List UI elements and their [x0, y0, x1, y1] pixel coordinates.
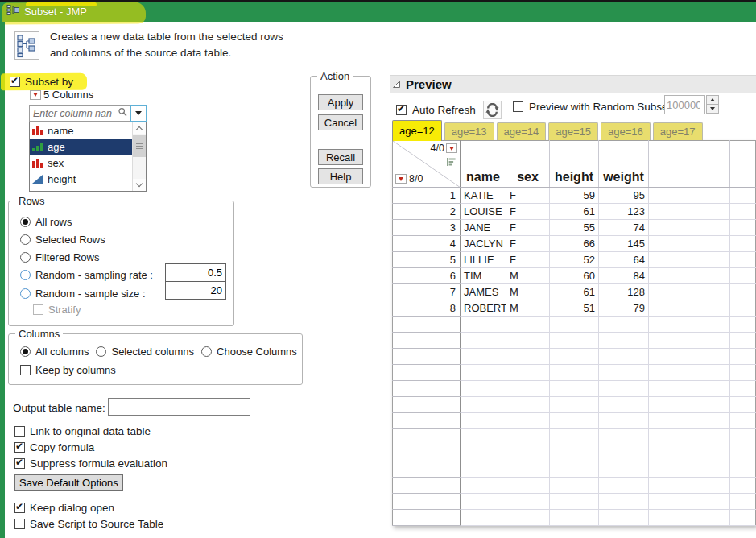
cell-name: TIM: [461, 268, 506, 284]
auto-refresh-row[interactable]: Auto Refresh: [396, 101, 502, 119]
subset-by-row[interactable]: Subset by: [10, 76, 73, 88]
radio-button[interactable]: [96, 346, 106, 357]
columns-group: Columns All columnsSelected columnsChoos…: [8, 333, 303, 385]
column-list[interactable]: nameagesexheight: [29, 122, 147, 192]
column-list-item[interactable]: age: [30, 139, 132, 155]
titlebar[interactable]: Subset - JMP: [0, 2, 756, 22]
row-number: [393, 397, 461, 413]
rows-option[interactable]: Filtered Rows: [20, 251, 99, 263]
sample-size-input[interactable]: [165, 281, 226, 300]
radio-button[interactable]: [20, 270, 31, 280]
random-subset-checkbox[interactable]: [513, 101, 523, 112]
radio-button[interactable]: [20, 346, 31, 357]
preview-tab[interactable]: age=15: [548, 122, 598, 140]
row-number: 7: [393, 284, 461, 300]
cell-empty: [461, 478, 506, 494]
preview-tab[interactable]: age=17: [653, 122, 703, 140]
action-button-apply[interactable]: Apply: [318, 94, 363, 110]
column-list-scrollbar[interactable]: [132, 122, 146, 191]
cell-empty: [461, 429, 506, 445]
dialog-option-row[interactable]: Save Script to Source Table: [14, 518, 163, 529]
rows-option-label: Selected Rows: [35, 234, 105, 246]
cell-empty: [550, 494, 599, 510]
checkbox[interactable]: [14, 519, 25, 529]
subset-by-label: Subset by: [25, 76, 73, 88]
preview-data-table: 4/08/0namesexheightweight 1KATIEF59952LO…: [392, 140, 756, 526]
cell-weight: 74: [599, 220, 649, 236]
scroll-up-button[interactable]: [133, 122, 146, 134]
columns-option[interactable]: Selected columns: [96, 346, 194, 358]
table-origin-cell[interactable]: 4/08/0: [393, 141, 461, 188]
table-option-row[interactable]: Suppress formula evaluation: [14, 457, 167, 469]
checkbox[interactable]: [14, 503, 25, 513]
cell-empty: [599, 461, 649, 478]
preview-tab[interactable]: age=16: [601, 122, 651, 140]
cell-empty: [599, 429, 649, 445]
dialog-option-row[interactable]: Keep dialog open: [14, 502, 163, 513]
preview-tab[interactable]: age=12: [392, 120, 442, 141]
preview-tab[interactable]: age=14: [497, 122, 547, 140]
columns-summary-row[interactable]: 5 Columns: [30, 89, 93, 101]
sampling-rate-input[interactable]: [165, 263, 226, 282]
column-list-item[interactable]: height: [30, 171, 132, 187]
cell-empty: [506, 349, 550, 365]
columns-option[interactable]: Choose Columns: [201, 346, 297, 358]
columns-option[interactable]: All columns: [20, 346, 89, 358]
rows-option-label: All rows: [35, 216, 72, 228]
stratify-row[interactable]: Stratify: [33, 304, 81, 316]
random-subset-row[interactable]: Preview with Random Subset: [513, 101, 671, 113]
cell-empty: [550, 397, 599, 413]
rows-option[interactable]: Selected Rows: [20, 234, 105, 246]
disclosure-triangle-icon[interactable]: [392, 80, 401, 89]
description-line2: and columns of the source data table.: [50, 45, 324, 61]
cell-empty: [506, 333, 550, 349]
action-button-cancel[interactable]: Cancel: [318, 114, 363, 130]
auto-refresh-checkbox[interactable]: [396, 105, 407, 115]
rows-option[interactable]: All rows: [20, 216, 72, 228]
table-option-row[interactable]: Copy formula: [14, 441, 167, 453]
radio-button[interactable]: [20, 234, 31, 245]
cell-empty: [599, 317, 649, 333]
nominal-icon: [32, 158, 43, 168]
scrollbar-thumb[interactable]: [133, 135, 146, 157]
cell-name: LOUISE: [461, 204, 506, 220]
cell-empty: [649, 510, 730, 526]
radio-button[interactable]: [20, 217, 31, 227]
save-default-options-button[interactable]: Save Default Options: [14, 474, 123, 491]
radio-button[interactable]: [20, 252, 31, 263]
cell-empty: [730, 220, 756, 236]
keep-by-columns-row[interactable]: Keep by columns: [20, 364, 116, 376]
action-button-help[interactable]: Help: [318, 168, 363, 184]
column-list-item[interactable]: sex: [30, 155, 132, 171]
checkbox[interactable]: [14, 442, 25, 453]
columns-menu-button[interactable]: [446, 143, 457, 153]
column-name: sex: [48, 157, 64, 169]
cell-name: JAMES: [461, 284, 506, 300]
checkbox[interactable]: [14, 426, 25, 437]
radio-button[interactable]: [20, 288, 31, 299]
output-table-name-input[interactable]: [108, 398, 250, 416]
column-list-item[interactable]: name: [30, 122, 132, 139]
subset-by-checkbox[interactable]: [10, 77, 20, 87]
cell-empty: [649, 494, 730, 510]
scroll-down-button[interactable]: [133, 179, 146, 191]
rows-option[interactable]: Random - sampling rate :: [20, 269, 153, 281]
action-button-recall[interactable]: Recall: [318, 149, 363, 165]
radio-button[interactable]: [201, 346, 212, 357]
table-option-row[interactable]: Link to original data table: [14, 425, 167, 437]
random-subset-size-input[interactable]: [664, 95, 705, 114]
preview-header-band[interactable]: Preview: [390, 75, 756, 93]
column-search-input[interactable]: [29, 105, 130, 122]
columns-option-label: Selected columns: [111, 346, 194, 358]
preview-tab[interactable]: age=13: [444, 122, 494, 140]
refresh-button[interactable]: [483, 101, 502, 119]
rows-menu-button[interactable]: [395, 174, 407, 184]
column-header-name: name: [461, 141, 506, 188]
spinner-down-button[interactable]: [706, 104, 719, 114]
checkbox[interactable]: [14, 458, 25, 469]
search-dropdown-button[interactable]: [130, 105, 147, 122]
rows-option[interactable]: Random - sample size :: [20, 288, 146, 300]
keep-by-columns-checkbox[interactable]: [20, 365, 31, 375]
columns-summary-menu-button[interactable]: [30, 90, 41, 100]
stratify-checkbox[interactable]: [33, 304, 43, 315]
